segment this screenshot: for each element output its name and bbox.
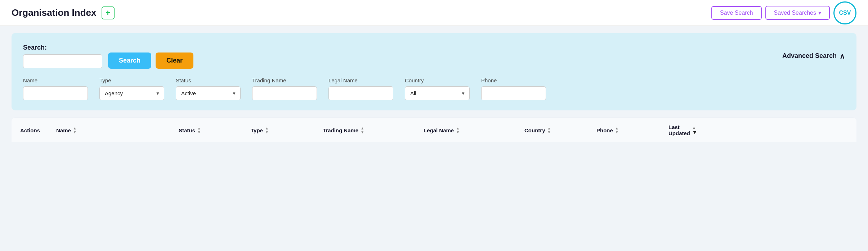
- csv-button[interactable]: CSV: [833, 1, 856, 24]
- legal-name-label: Legal Name: [328, 77, 393, 83]
- field-group-name: Name: [23, 77, 88, 100]
- th-legal-name-label: Legal Name: [424, 127, 454, 133]
- trading-name-label: Trading Name: [252, 77, 317, 83]
- search-input-group: Search:: [23, 44, 102, 68]
- th-country[interactable]: Country ▲▼: [524, 127, 596, 134]
- phone-field-label: Phone: [481, 77, 546, 83]
- th-type[interactable]: Type ▲▼: [251, 127, 323, 134]
- search-buttons: Search Clear: [108, 43, 193, 69]
- country-select-wrapper: All USA UK Australia Canada: [405, 86, 470, 100]
- table-section: Actions Name ▲▼ Status ▲▼ Type ▲▼: [12, 118, 856, 142]
- last-updated-sort-icon: ▲▼: [692, 126, 697, 135]
- field-group-legal-name: Legal Name: [328, 77, 393, 100]
- th-last-updated[interactable]: LastUpdated ▲▼: [668, 124, 733, 136]
- page-title: Organisation Index: [12, 7, 97, 18]
- status-select[interactable]: Active Inactive Pending: [176, 86, 241, 100]
- th-trading-name[interactable]: Trading Name ▲▼: [323, 127, 424, 134]
- name-sort-icon: ▲▼: [73, 127, 77, 134]
- th-name-label: Name: [56, 127, 71, 133]
- type-select-wrapper: Agency Client Vendor Partner: [99, 86, 164, 100]
- th-actions: Actions: [20, 127, 56, 133]
- advanced-search-label: Advanced Search: [782, 52, 837, 60]
- saved-searches-button[interactable]: Saved Searches ▾: [765, 6, 830, 20]
- th-phone[interactable]: Phone ▲▼: [596, 127, 668, 134]
- saved-searches-label: Saved Searches: [774, 10, 816, 16]
- th-status[interactable]: Status ▲▼: [179, 127, 251, 134]
- th-name[interactable]: Name ▲▼: [56, 127, 179, 134]
- advanced-fields: Name Type Agency Client Vendor Partner S…: [23, 77, 845, 100]
- th-type-label: Type: [251, 127, 263, 133]
- status-sort-icon: ▲▼: [197, 127, 201, 134]
- search-label: Search:: [23, 44, 102, 51]
- th-phone-label: Phone: [596, 127, 613, 133]
- status-field-label: Status: [176, 77, 241, 83]
- th-status-label: Status: [179, 127, 195, 133]
- field-group-trading-name: Trading Name: [252, 77, 317, 100]
- country-sort-icon: ▲▼: [547, 127, 551, 134]
- search-panel: Search: Search Clear Advanced Search ∧ N…: [12, 33, 856, 110]
- search-panel-top: Search: Search Clear Advanced Search ∧: [23, 43, 845, 69]
- th-actions-label: Actions: [20, 127, 40, 133]
- th-legal-name[interactable]: Legal Name ▲▼: [424, 127, 524, 134]
- table-header-row: Actions Name ▲▼ Status ▲▼ Type ▲▼: [12, 118, 856, 142]
- type-sort-icon: ▲▼: [265, 127, 269, 134]
- saved-searches-chevron-icon: ▾: [818, 9, 821, 16]
- th-country-label: Country: [524, 127, 545, 133]
- type-select[interactable]: Agency Client Vendor Partner: [99, 86, 164, 100]
- legal-sort-icon: ▲▼: [456, 127, 460, 134]
- type-field-label: Type: [99, 77, 164, 83]
- country-select[interactable]: All USA UK Australia Canada: [405, 86, 470, 100]
- phone-sort-icon: ▲▼: [615, 127, 619, 134]
- trading-sort-icon: ▲▼: [361, 127, 364, 134]
- legal-name-input[interactable]: [328, 86, 393, 100]
- name-field-input[interactable]: [23, 86, 88, 100]
- search-left: Search: Search Clear: [23, 43, 193, 69]
- field-group-status: Status Active Inactive Pending: [176, 77, 241, 100]
- phone-field-input[interactable]: [481, 86, 546, 100]
- th-last-updated-label: LastUpdated: [668, 124, 690, 136]
- clear-button[interactable]: Clear: [156, 53, 193, 69]
- country-field-label: Country: [405, 77, 470, 83]
- status-select-wrapper: Active Inactive Pending: [176, 86, 241, 100]
- save-search-button[interactable]: Save Search: [711, 6, 762, 20]
- field-group-country: Country All USA UK Australia Canada: [405, 77, 470, 100]
- header-left: Organisation Index +: [12, 6, 115, 19]
- name-field-label: Name: [23, 77, 88, 83]
- field-group-phone: Phone: [481, 77, 546, 100]
- search-button[interactable]: Search: [108, 53, 151, 69]
- page-header: Organisation Index + Save Search Saved S…: [0, 0, 868, 26]
- advanced-search-toggle[interactable]: Advanced Search ∧: [782, 52, 845, 60]
- field-group-type: Type Agency Client Vendor Partner: [99, 77, 164, 100]
- trading-name-input[interactable]: [252, 86, 317, 100]
- chevron-up-icon: ∧: [840, 52, 845, 60]
- header-right: Save Search Saved Searches ▾ CSV: [711, 1, 856, 24]
- th-trading-name-label: Trading Name: [323, 127, 358, 133]
- search-input[interactable]: [23, 54, 102, 68]
- add-organisation-button[interactable]: +: [102, 6, 115, 19]
